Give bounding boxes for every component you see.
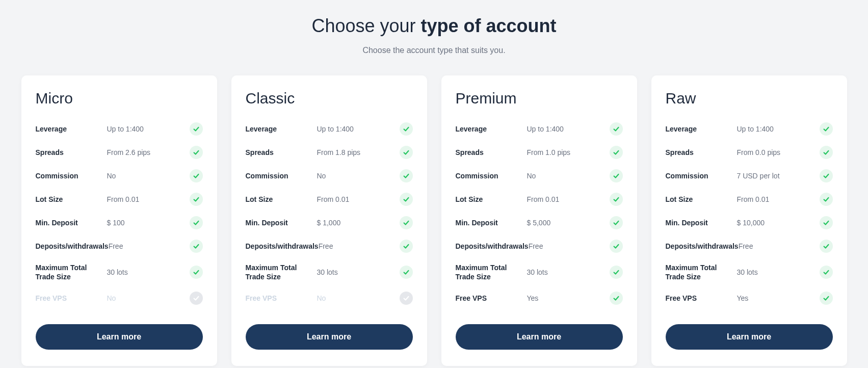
feature-row: Free VPS No	[246, 286, 413, 310]
feature-label: Commission	[36, 171, 107, 180]
plan-card-classic: Classic Leverage Up to 1:400 Spreads Fro…	[231, 75, 427, 366]
learn-more-button[interactable]: Learn more	[666, 324, 833, 350]
feature-label: Lot Size	[456, 195, 527, 204]
feature-label: Maximum Total Trade Size	[666, 263, 737, 281]
check-icon	[820, 216, 833, 229]
feature-row: Spreads From 1.8 pips	[246, 141, 413, 164]
feature-label: Maximum Total Trade Size	[456, 263, 527, 281]
check-icon	[190, 193, 203, 206]
feature-label: Lot Size	[36, 195, 107, 204]
check-icon	[400, 193, 413, 206]
plan-card-micro: Micro Leverage Up to 1:400 Spreads From …	[21, 75, 217, 366]
feature-value: $ 10,000	[737, 219, 820, 227]
feature-value: $ 100	[107, 219, 190, 227]
learn-more-button[interactable]: Learn more	[246, 324, 413, 350]
feature-label: Commission	[246, 171, 317, 180]
check-icon	[820, 292, 833, 305]
feature-label: Spreads	[666, 148, 737, 157]
check-icon	[400, 216, 413, 229]
plan-title: Premium	[456, 90, 623, 107]
check-icon	[190, 146, 203, 159]
feature-row: Deposits/withdrawals Free	[246, 234, 413, 258]
check-icon	[610, 169, 623, 182]
feature-row: Maximum Total Trade Size 30 lots	[456, 258, 623, 286]
check-icon	[820, 266, 833, 279]
feature-label: Deposits/withdrawals	[666, 242, 739, 251]
feature-row: Lot Size From 0.01	[666, 188, 833, 211]
feature-row: Leverage Up to 1:400	[666, 117, 833, 141]
feature-label: Free VPS	[456, 294, 527, 303]
feature-row: Min. Deposit $ 10,000	[666, 211, 833, 234]
learn-more-button[interactable]: Learn more	[456, 324, 623, 350]
feature-row: Spreads From 1.0 pips	[456, 141, 623, 164]
feature-row: Free VPS No	[36, 286, 203, 310]
check-icon	[190, 169, 203, 182]
feature-label: Min. Deposit	[246, 218, 317, 227]
feature-row: Maximum Total Trade Size 30 lots	[246, 258, 413, 286]
feature-label: Maximum Total Trade Size	[246, 263, 317, 281]
feature-value: Free	[109, 242, 190, 250]
check-icon	[400, 266, 413, 279]
section-header: Choose your type of account Choose the a…	[20, 15, 848, 55]
check-icon	[190, 292, 203, 305]
plan-card-premium: Premium Leverage Up to 1:400 Spreads Fro…	[441, 75, 637, 366]
check-icon	[400, 169, 413, 182]
feature-label: Min. Deposit	[36, 218, 107, 227]
feature-label: Free VPS	[36, 294, 107, 303]
check-icon	[820, 169, 833, 182]
feature-row: Min. Deposit $ 5,000	[456, 211, 623, 234]
feature-value: $ 1,000	[317, 219, 400, 227]
feature-label: Lot Size	[246, 195, 317, 204]
feature-row: Leverage Up to 1:400	[456, 117, 623, 141]
check-icon	[400, 122, 413, 136]
feature-value: No	[527, 172, 610, 180]
check-icon	[190, 240, 203, 253]
feature-row: Deposits/withdrawals Free	[456, 234, 623, 258]
feature-value: Free	[529, 242, 610, 250]
check-icon	[610, 193, 623, 206]
feature-value: From 1.0 pips	[527, 148, 610, 156]
title-bold: type of account	[421, 15, 557, 36]
feature-row: Commission 7 USD per lot	[666, 164, 833, 188]
feature-value: 30 lots	[107, 268, 190, 276]
check-icon	[190, 122, 203, 136]
check-icon	[400, 240, 413, 253]
feature-row: Deposits/withdrawals Free	[666, 234, 833, 258]
feature-value: Free	[319, 242, 400, 250]
feature-label: Min. Deposit	[456, 218, 527, 227]
feature-label: Spreads	[456, 148, 527, 157]
feature-value: 7 USD per lot	[737, 172, 820, 180]
feature-value: Yes	[527, 294, 610, 302]
feature-row: Free VPS Yes	[456, 286, 623, 310]
feature-label: Leverage	[666, 124, 737, 134]
feature-value: $ 5,000	[527, 219, 610, 227]
feature-value: 30 lots	[317, 268, 400, 276]
feature-value: Up to 1:400	[317, 125, 400, 133]
learn-more-button[interactable]: Learn more	[36, 324, 203, 350]
feature-label: Free VPS	[246, 294, 317, 303]
feature-label: Lot Size	[666, 195, 737, 204]
check-icon	[610, 266, 623, 279]
check-icon	[610, 292, 623, 305]
feature-label: Spreads	[246, 148, 317, 157]
feature-row: Commission No	[36, 164, 203, 188]
feature-row: Free VPS Yes	[666, 286, 833, 310]
check-icon	[190, 216, 203, 229]
feature-value: No	[317, 294, 400, 302]
feature-row: Commission No	[246, 164, 413, 188]
feature-value: No	[107, 172, 190, 180]
feature-row: Commission No	[456, 164, 623, 188]
title-prefix: Choose your	[311, 15, 420, 36]
feature-row: Min. Deposit $ 1,000	[246, 211, 413, 234]
feature-label: Spreads	[36, 148, 107, 157]
feature-label: Leverage	[246, 124, 317, 134]
feature-label: Deposits/withdrawals	[36, 242, 109, 251]
plan-title: Raw	[666, 90, 833, 107]
feature-row: Spreads From 2.6 pips	[36, 141, 203, 164]
feature-row: Min. Deposit $ 100	[36, 211, 203, 234]
feature-value: No	[107, 294, 190, 302]
feature-label: Free VPS	[666, 294, 737, 303]
feature-value: 30 lots	[737, 268, 820, 276]
feature-value: From 0.01	[527, 195, 610, 203]
feature-value: 30 lots	[527, 268, 610, 276]
